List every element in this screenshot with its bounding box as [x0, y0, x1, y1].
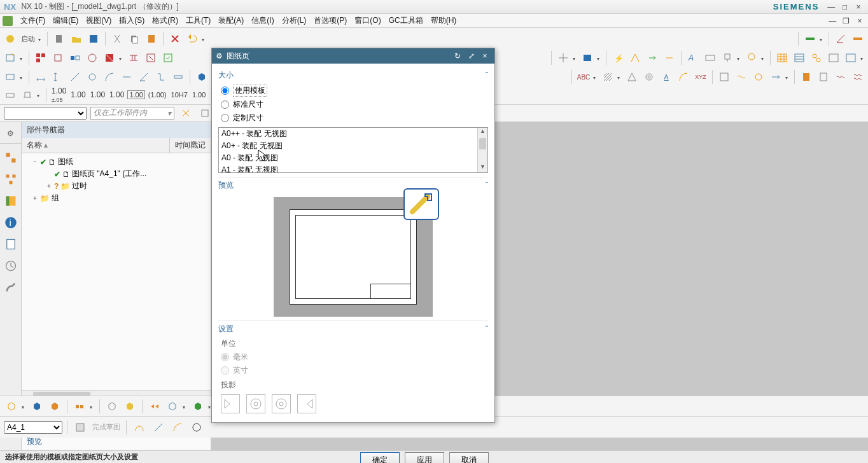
- delete-button[interactable]: [167, 31, 183, 46]
- radio-use-template[interactable]: 使用模板: [218, 83, 488, 98]
- section-size[interactable]: 大小ˆ: [218, 67, 488, 83]
- undo-button[interactable]: [185, 31, 200, 46]
- resource-gear-icon[interactable]: ⚙: [0, 125, 21, 144]
- thread2[interactable]: [816, 69, 831, 85]
- dim3[interactable]: [50, 69, 66, 85]
- section-view-button[interactable]: [102, 50, 117, 66]
- symbol-a-button[interactable]: ⚡: [610, 50, 626, 66]
- asm5[interactable]: [104, 399, 120, 414]
- copy-button[interactable]: [127, 31, 142, 46]
- save-button[interactable]: [86, 31, 101, 46]
- dim10[interactable]: [171, 69, 186, 85]
- start-dropdown[interactable]: [38, 34, 43, 43]
- hole-table-button[interactable]: [826, 50, 841, 66]
- menu-analysis[interactable]: 分析(L): [278, 14, 311, 27]
- asm8[interactable]: [165, 399, 180, 414]
- menu-window[interactable]: 窗口(O): [351, 14, 384, 27]
- dim4[interactable]: [67, 69, 83, 85]
- start-button[interactable]: [3, 31, 18, 46]
- template-listbox[interactable]: A0++ - 装配 无视图 A0+ - 装配 无视图 A0 - 装配 无视图 A…: [218, 127, 488, 173]
- menu-info[interactable]: 信息(I): [248, 14, 277, 27]
- image-button[interactable]: [580, 50, 595, 66]
- proj-circle2[interactable]: [272, 394, 291, 413]
- autoballoon-button[interactable]: [809, 50, 824, 66]
- filter-scope-combo[interactable]: 仅在工作部件内▾: [90, 107, 174, 120]
- menu-help[interactable]: 帮助(H): [427, 14, 461, 27]
- menu-gctoolbox[interactable]: GC工具箱: [385, 14, 427, 27]
- dialog-expand-button[interactable]: ⤢: [466, 52, 477, 60]
- proj-third-angle[interactable]: [297, 394, 316, 413]
- sk3[interactable]: [751, 69, 766, 85]
- proj-circle1[interactable]: [246, 394, 265, 413]
- apply-button[interactable]: 应用: [405, 452, 444, 463]
- menu-view[interactable]: 视图(V): [82, 14, 115, 27]
- tol-icon2[interactable]: [20, 87, 35, 102]
- dialog-reset-button[interactable]: ↻: [452, 52, 463, 60]
- symbol-c-button[interactable]: [645, 50, 660, 66]
- mdi-close-button[interactable]: ×: [854, 17, 865, 25]
- list-item[interactable]: A1 - 装配 无视图: [219, 164, 477, 172]
- symbol-b-button[interactable]: [627, 50, 643, 66]
- balloon-button[interactable]: [744, 50, 759, 66]
- asm3[interactable]: [47, 399, 62, 414]
- asm9[interactable]: [190, 399, 206, 414]
- center-mark-button[interactable]: [556, 50, 571, 66]
- menu-assembly[interactable]: 装配(A): [214, 14, 248, 27]
- dim1[interactable]: [3, 69, 18, 85]
- asm2[interactable]: [29, 399, 45, 414]
- sk1[interactable]: [717, 69, 732, 85]
- base-view-button[interactable]: [50, 50, 66, 66]
- dialog-titlebar[interactable]: ⚙ 图纸页 ↻ ⤢ ×: [212, 48, 494, 64]
- arc-tool[interactable]: [169, 419, 186, 436]
- breakout-button[interactable]: [143, 50, 158, 66]
- dim9[interactable]: [153, 69, 169, 85]
- radio-custom-size[interactable]: 定制尺寸: [218, 111, 488, 125]
- dim7[interactable]: [119, 69, 134, 85]
- menu-tools[interactable]: 工具(T): [182, 14, 214, 27]
- open-button[interactable]: [69, 31, 84, 46]
- detail-view-button[interactable]: [85, 50, 100, 66]
- update-views-button[interactable]: [160, 50, 176, 66]
- list-item[interactable]: A0++ - 装配 无视图: [219, 128, 477, 140]
- dialog-gear-icon[interactable]: ⚙: [216, 52, 223, 60]
- abc-button[interactable]: ABC: [576, 69, 591, 85]
- asm7[interactable]: [147, 399, 162, 414]
- filter-type-select[interactable]: [4, 107, 87, 120]
- sketch-in-task[interactable]: [72, 419, 88, 436]
- wave1[interactable]: [833, 69, 848, 85]
- rail-info[interactable]: i: [3, 215, 18, 230]
- asm1[interactable]: [4, 399, 19, 414]
- asm4[interactable]: [72, 399, 87, 414]
- rail-reuse-library[interactable]: [3, 193, 18, 209]
- rail-part-navigator[interactable]: [3, 150, 18, 165]
- gdt-button[interactable]: [703, 50, 718, 66]
- parts-list-button[interactable]: [792, 50, 807, 66]
- dim6[interactable]: [102, 69, 117, 85]
- dim5[interactable]: [85, 69, 100, 85]
- cut-button[interactable]: [109, 31, 125, 46]
- asm6[interactable]: [122, 399, 137, 414]
- menu-file[interactable]: 文件(F): [17, 14, 49, 27]
- new-button[interactable]: [52, 31, 67, 46]
- ok-button[interactable]: 确定: [360, 452, 400, 463]
- menu-prefs[interactable]: 首选项(P): [310, 14, 351, 27]
- arc-button[interactable]: [676, 69, 691, 85]
- table-button[interactable]: [774, 50, 790, 66]
- paste-button[interactable]: [144, 31, 159, 46]
- new-sheet-button[interactable]: [3, 50, 18, 66]
- mdi-minimize-button[interactable]: —: [827, 17, 838, 25]
- wave2[interactable]: [850, 69, 865, 85]
- rail-history[interactable]: [3, 237, 18, 252]
- rail-clock[interactable]: [3, 258, 18, 273]
- tol-icon1[interactable]: [3, 87, 18, 102]
- dim8[interactable]: [136, 69, 151, 85]
- target-button[interactable]: [641, 69, 657, 85]
- datum-button[interactable]: [720, 50, 735, 66]
- navigator-tree[interactable]: −✔🗋图纸 ✔🗋图纸页 "A4_1" (工作... +?📁过时 +📁组: [22, 153, 211, 390]
- hatch-button[interactable]: [600, 69, 615, 85]
- circle-tool[interactable]: [188, 419, 205, 436]
- note-button[interactable]: A: [685, 50, 701, 66]
- filter-btn1[interactable]: [178, 106, 193, 121]
- view-wizard-button[interactable]: [33, 50, 48, 66]
- rail-assembly-navigator[interactable]: [3, 172, 18, 187]
